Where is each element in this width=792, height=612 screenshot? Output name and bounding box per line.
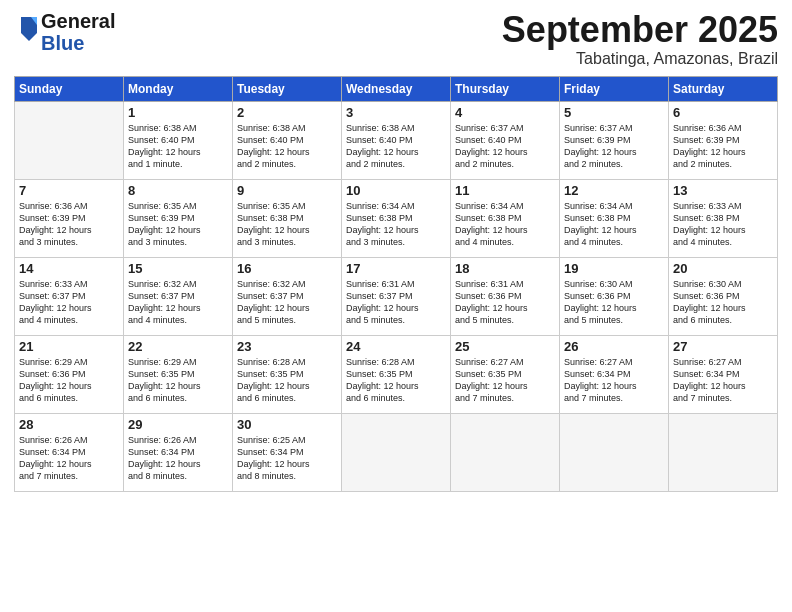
calendar-cell: 13Sunrise: 6:33 AM Sunset: 6:38 PM Dayli… <box>669 179 778 257</box>
calendar-week-row: 28Sunrise: 6:26 AM Sunset: 6:34 PM Dayli… <box>15 413 778 491</box>
calendar-cell: 9Sunrise: 6:35 AM Sunset: 6:38 PM Daylig… <box>233 179 342 257</box>
calendar-week-row: 1Sunrise: 6:38 AM Sunset: 6:40 PM Daylig… <box>15 101 778 179</box>
day-info: Sunrise: 6:38 AM Sunset: 6:40 PM Dayligh… <box>237 122 337 171</box>
day-info: Sunrise: 6:33 AM Sunset: 6:37 PM Dayligh… <box>19 278 119 327</box>
calendar-cell: 15Sunrise: 6:32 AM Sunset: 6:37 PM Dayli… <box>124 257 233 335</box>
day-number: 13 <box>673 183 773 198</box>
day-number: 2 <box>237 105 337 120</box>
day-number: 18 <box>455 261 555 276</box>
calendar-cell: 11Sunrise: 6:34 AM Sunset: 6:38 PM Dayli… <box>451 179 560 257</box>
page-container: General Blue September 2025 Tabatinga, A… <box>0 0 792 502</box>
calendar-week-row: 14Sunrise: 6:33 AM Sunset: 6:37 PM Dayli… <box>15 257 778 335</box>
day-number: 25 <box>455 339 555 354</box>
calendar-cell: 2Sunrise: 6:38 AM Sunset: 6:40 PM Daylig… <box>233 101 342 179</box>
header: General Blue September 2025 Tabatinga, A… <box>14 10 778 68</box>
day-info: Sunrise: 6:34 AM Sunset: 6:38 PM Dayligh… <box>564 200 664 249</box>
calendar-cell: 6Sunrise: 6:36 AM Sunset: 6:39 PM Daylig… <box>669 101 778 179</box>
day-number: 21 <box>19 339 119 354</box>
day-info: Sunrise: 6:27 AM Sunset: 6:34 PM Dayligh… <box>564 356 664 405</box>
day-number: 8 <box>128 183 228 198</box>
day-number: 24 <box>346 339 446 354</box>
day-header: Saturday <box>669 76 778 101</box>
day-number: 3 <box>346 105 446 120</box>
day-number: 11 <box>455 183 555 198</box>
day-number: 7 <box>19 183 119 198</box>
calendar-week-row: 21Sunrise: 6:29 AM Sunset: 6:36 PM Dayli… <box>15 335 778 413</box>
day-info: Sunrise: 6:32 AM Sunset: 6:37 PM Dayligh… <box>237 278 337 327</box>
day-info: Sunrise: 6:26 AM Sunset: 6:34 PM Dayligh… <box>19 434 119 483</box>
calendar-cell: 23Sunrise: 6:28 AM Sunset: 6:35 PM Dayli… <box>233 335 342 413</box>
day-header: Sunday <box>15 76 124 101</box>
day-header: Thursday <box>451 76 560 101</box>
calendar-cell <box>15 101 124 179</box>
day-info: Sunrise: 6:32 AM Sunset: 6:37 PM Dayligh… <box>128 278 228 327</box>
calendar-cell: 24Sunrise: 6:28 AM Sunset: 6:35 PM Dayli… <box>342 335 451 413</box>
day-number: 4 <box>455 105 555 120</box>
day-info: Sunrise: 6:37 AM Sunset: 6:40 PM Dayligh… <box>455 122 555 171</box>
calendar-cell <box>342 413 451 491</box>
calendar-cell: 4Sunrise: 6:37 AM Sunset: 6:40 PM Daylig… <box>451 101 560 179</box>
day-number: 30 <box>237 417 337 432</box>
day-info: Sunrise: 6:38 AM Sunset: 6:40 PM Dayligh… <box>346 122 446 171</box>
day-number: 14 <box>19 261 119 276</box>
day-info: Sunrise: 6:29 AM Sunset: 6:36 PM Dayligh… <box>19 356 119 405</box>
calendar-cell <box>451 413 560 491</box>
location: Tabatinga, Amazonas, Brazil <box>502 50 778 68</box>
day-info: Sunrise: 6:30 AM Sunset: 6:36 PM Dayligh… <box>564 278 664 327</box>
day-info: Sunrise: 6:34 AM Sunset: 6:38 PM Dayligh… <box>346 200 446 249</box>
day-number: 16 <box>237 261 337 276</box>
calendar-cell: 25Sunrise: 6:27 AM Sunset: 6:35 PM Dayli… <box>451 335 560 413</box>
day-number: 15 <box>128 261 228 276</box>
day-number: 9 <box>237 183 337 198</box>
day-number: 17 <box>346 261 446 276</box>
calendar-cell: 12Sunrise: 6:34 AM Sunset: 6:38 PM Dayli… <box>560 179 669 257</box>
day-info: Sunrise: 6:36 AM Sunset: 6:39 PM Dayligh… <box>673 122 773 171</box>
calendar-cell: 19Sunrise: 6:30 AM Sunset: 6:36 PM Dayli… <box>560 257 669 335</box>
day-info: Sunrise: 6:27 AM Sunset: 6:34 PM Dayligh… <box>673 356 773 405</box>
day-number: 12 <box>564 183 664 198</box>
calendar-cell: 3Sunrise: 6:38 AM Sunset: 6:40 PM Daylig… <box>342 101 451 179</box>
day-info: Sunrise: 6:29 AM Sunset: 6:35 PM Dayligh… <box>128 356 228 405</box>
calendar-cell: 20Sunrise: 6:30 AM Sunset: 6:36 PM Dayli… <box>669 257 778 335</box>
day-number: 28 <box>19 417 119 432</box>
calendar-cell: 21Sunrise: 6:29 AM Sunset: 6:36 PM Dayli… <box>15 335 124 413</box>
day-header: Monday <box>124 76 233 101</box>
calendar-cell: 16Sunrise: 6:32 AM Sunset: 6:37 PM Dayli… <box>233 257 342 335</box>
day-info: Sunrise: 6:31 AM Sunset: 6:36 PM Dayligh… <box>455 278 555 327</box>
calendar-cell: 26Sunrise: 6:27 AM Sunset: 6:34 PM Dayli… <box>560 335 669 413</box>
day-number: 29 <box>128 417 228 432</box>
day-info: Sunrise: 6:28 AM Sunset: 6:35 PM Dayligh… <box>237 356 337 405</box>
calendar-table: SundayMondayTuesdayWednesdayThursdayFrid… <box>14 76 778 492</box>
day-info: Sunrise: 6:35 AM Sunset: 6:39 PM Dayligh… <box>128 200 228 249</box>
calendar-cell: 27Sunrise: 6:27 AM Sunset: 6:34 PM Dayli… <box>669 335 778 413</box>
title-block: September 2025 Tabatinga, Amazonas, Braz… <box>502 10 778 68</box>
calendar-cell: 30Sunrise: 6:25 AM Sunset: 6:34 PM Dayli… <box>233 413 342 491</box>
day-number: 22 <box>128 339 228 354</box>
day-header: Friday <box>560 76 669 101</box>
month-title: September 2025 <box>502 10 778 50</box>
logo: General Blue <box>14 10 115 54</box>
day-info: Sunrise: 6:37 AM Sunset: 6:39 PM Dayligh… <box>564 122 664 171</box>
day-info: Sunrise: 6:34 AM Sunset: 6:38 PM Dayligh… <box>455 200 555 249</box>
calendar-cell: 14Sunrise: 6:33 AM Sunset: 6:37 PM Dayli… <box>15 257 124 335</box>
day-number: 19 <box>564 261 664 276</box>
calendar-cell <box>560 413 669 491</box>
day-info: Sunrise: 6:35 AM Sunset: 6:38 PM Dayligh… <box>237 200 337 249</box>
day-header: Wednesday <box>342 76 451 101</box>
day-info: Sunrise: 6:36 AM Sunset: 6:39 PM Dayligh… <box>19 200 119 249</box>
day-info: Sunrise: 6:30 AM Sunset: 6:36 PM Dayligh… <box>673 278 773 327</box>
day-number: 6 <box>673 105 773 120</box>
day-number: 20 <box>673 261 773 276</box>
calendar-cell: 1Sunrise: 6:38 AM Sunset: 6:40 PM Daylig… <box>124 101 233 179</box>
calendar-cell <box>669 413 778 491</box>
day-number: 5 <box>564 105 664 120</box>
day-info: Sunrise: 6:27 AM Sunset: 6:35 PM Dayligh… <box>455 356 555 405</box>
logo-icon <box>17 15 41 45</box>
calendar-cell: 10Sunrise: 6:34 AM Sunset: 6:38 PM Dayli… <box>342 179 451 257</box>
calendar-cell: 7Sunrise: 6:36 AM Sunset: 6:39 PM Daylig… <box>15 179 124 257</box>
day-info: Sunrise: 6:25 AM Sunset: 6:34 PM Dayligh… <box>237 434 337 483</box>
logo-line2: Blue <box>41 32 115 54</box>
calendar-cell: 29Sunrise: 6:26 AM Sunset: 6:34 PM Dayli… <box>124 413 233 491</box>
calendar-cell: 28Sunrise: 6:26 AM Sunset: 6:34 PM Dayli… <box>15 413 124 491</box>
logo-line1: General <box>41 10 115 32</box>
